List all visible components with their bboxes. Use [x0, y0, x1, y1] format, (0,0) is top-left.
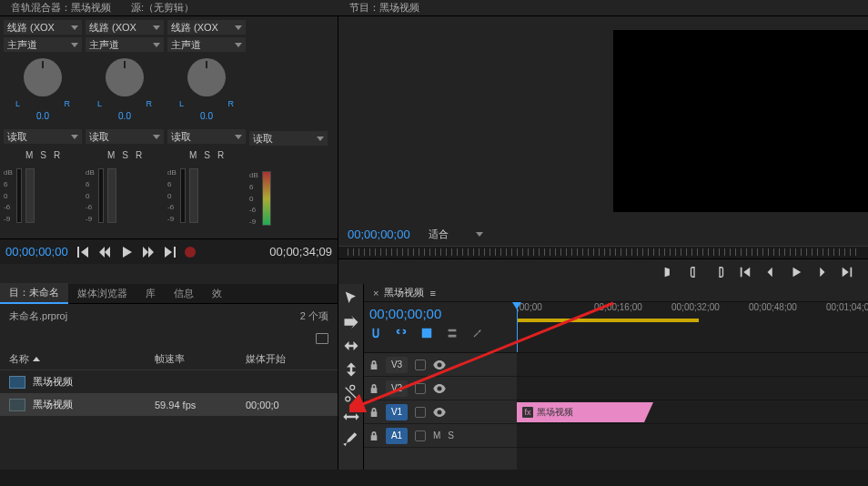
mixer-timecode[interactable]: 00;00;00;00	[5, 245, 68, 258]
loop-play-button[interactable]	[141, 245, 156, 259]
track-toggle[interactable]	[415, 383, 426, 394]
track-header-a1[interactable]: A1 M S	[364, 424, 517, 448]
track-select-tool[interactable]	[342, 313, 360, 331]
mark-out-button[interactable]	[688, 266, 701, 278]
lock-icon[interactable]	[369, 407, 378, 418]
program-timecode[interactable]: 00;00;00;00	[348, 228, 410, 241]
track-header-v3[interactable]: V3	[364, 353, 517, 377]
bin-icon[interactable]	[316, 333, 328, 344]
selection-tool[interactable]	[342, 289, 360, 308]
route-select-1[interactable]: 线路 (XOX	[4, 20, 82, 35]
tab-source[interactable]: 源:（无剪辑）	[126, 0, 199, 16]
track-v3-lane[interactable]	[517, 353, 868, 377]
tab-info[interactable]: 信息	[165, 284, 203, 303]
tab-effects[interactable]: 效	[203, 284, 231, 303]
in-out-range[interactable]	[517, 319, 699, 322]
track-header-v2[interactable]: V2	[364, 377, 517, 400]
pan-knob-1[interactable]	[24, 58, 62, 96]
program-viewer[interactable]	[613, 30, 868, 212]
go-to-out-button[interactable]	[841, 266, 853, 278]
mute-button-3[interactable]: M	[189, 150, 197, 160]
record-button[interactable]	[185, 247, 196, 258]
timeline-ruler[interactable]: ;00;0000;00;16;0000;00;32;0000;00;48;000…	[517, 302, 868, 352]
play-button[interactable]	[790, 266, 802, 278]
channel-select-1[interactable]: 主声道	[4, 37, 82, 52]
eye-icon[interactable]	[433, 408, 446, 417]
step-forward-button[interactable]	[815, 266, 828, 278]
pan-value-3[interactable]: 0.0	[200, 111, 213, 121]
pen-tool[interactable]	[342, 431, 360, 450]
fader-3[interactable]	[180, 168, 186, 223]
solo-button-1[interactable]: S	[40, 150, 46, 160]
play-button[interactable]	[119, 245, 134, 259]
solo-button-3[interactable]: S	[204, 150, 210, 160]
pan-knob-2[interactable]	[106, 58, 144, 96]
slip-tool[interactable]	[342, 408, 360, 426]
lock-icon[interactable]	[369, 359, 378, 370]
automation-select-1[interactable]: 读取	[4, 129, 82, 144]
fader-1[interactable]	[16, 168, 22, 223]
track-header-v1[interactable]: V1	[364, 400, 517, 424]
mute-toggle[interactable]: M	[433, 430, 440, 440]
tab-media-browser[interactable]: 媒体浏览器	[68, 284, 136, 303]
route-select-3[interactable]: 线路 (XOX	[167, 20, 246, 35]
lock-icon[interactable]	[369, 430, 378, 441]
project-row[interactable]: 黑场视频 59.94 fps 00;00;0	[0, 393, 338, 416]
solo-button-2[interactable]: S	[122, 150, 128, 160]
tab-project[interactable]: 目：未命名	[0, 283, 68, 304]
automation-select-2[interactable]: 读取	[86, 129, 164, 144]
record-button-1[interactable]: R	[54, 150, 60, 160]
pan-value-2[interactable]: 0.0	[118, 111, 131, 121]
record-button-2[interactable]: R	[136, 150, 142, 160]
eye-icon[interactable]	[433, 360, 446, 370]
pan-knob-3[interactable]	[187, 58, 226, 96]
snap-button[interactable]	[369, 327, 382, 341]
linked-selection-button[interactable]	[395, 327, 408, 341]
column-start[interactable]: 媒体开始	[246, 352, 328, 366]
track-label-v3[interactable]: V3	[386, 357, 408, 373]
track-toggle[interactable]	[415, 359, 426, 370]
fader-2[interactable]	[98, 168, 104, 223]
mute-button-2[interactable]: M	[107, 150, 115, 160]
eye-icon[interactable]	[433, 384, 446, 393]
track-label-v1[interactable]: V1	[386, 404, 408, 420]
go-to-in-button[interactable]	[76, 245, 90, 259]
add-marker-button[interactable]	[420, 327, 433, 341]
mark-in-button[interactable]	[662, 266, 675, 278]
record-button-3[interactable]: R	[217, 150, 224, 160]
ripple-edit-tool[interactable]	[342, 337, 360, 355]
tab-program[interactable]: 节目：黑场视频	[344, 0, 425, 16]
track-label-v2[interactable]: V2	[386, 380, 408, 397]
mute-button-1[interactable]: M	[25, 150, 33, 160]
track-v1-lane[interactable]: fx 黑场视频	[517, 400, 868, 424]
channel-select-3[interactable]: 主声道	[167, 37, 246, 52]
channel-select-2[interactable]: 主声道	[86, 37, 164, 52]
track-a1-lane[interactable]	[517, 424, 868, 448]
automation-select-3[interactable]: 读取	[167, 129, 246, 144]
playhead[interactable]	[517, 302, 518, 352]
close-tab-icon[interactable]: ×	[373, 288, 378, 299]
column-fps[interactable]: 帧速率	[155, 352, 246, 366]
timeline-tab-menu-icon[interactable]: ≡	[429, 288, 435, 299]
tab-mixer[interactable]: 音轨混合器：黑场视频	[5, 0, 116, 16]
mark-clip-button[interactable]	[713, 266, 726, 278]
track-toggle[interactable]	[415, 430, 426, 441]
zoom-select[interactable]: 适合	[421, 226, 490, 243]
timeline-settings-button[interactable]	[446, 327, 459, 341]
timeline-clip[interactable]: fx 黑场视频	[517, 402, 644, 422]
track-label-a1[interactable]: A1	[386, 428, 408, 444]
project-row[interactable]: 黑场视频	[0, 370, 338, 393]
lock-icon[interactable]	[369, 383, 378, 394]
route-select-2[interactable]: 线路 (XOX	[86, 20, 164, 35]
timeline-timecode[interactable]: 00;00;00;00	[369, 306, 511, 321]
go-to-in-button[interactable]	[739, 266, 752, 278]
razor-tool[interactable]	[342, 384, 360, 402]
solo-toggle[interactable]: S	[448, 430, 454, 440]
column-name[interactable]: 名称	[9, 352, 155, 366]
timeline-tab[interactable]: 黑场视频	[384, 286, 424, 299]
step-back-button[interactable]	[764, 266, 777, 278]
go-to-out-button[interactable]	[163, 245, 177, 259]
rate-stretch-tool[interactable]	[342, 360, 360, 379]
step-back-button[interactable]	[97, 245, 112, 259]
tab-libraries[interactable]: 库	[136, 284, 165, 303]
